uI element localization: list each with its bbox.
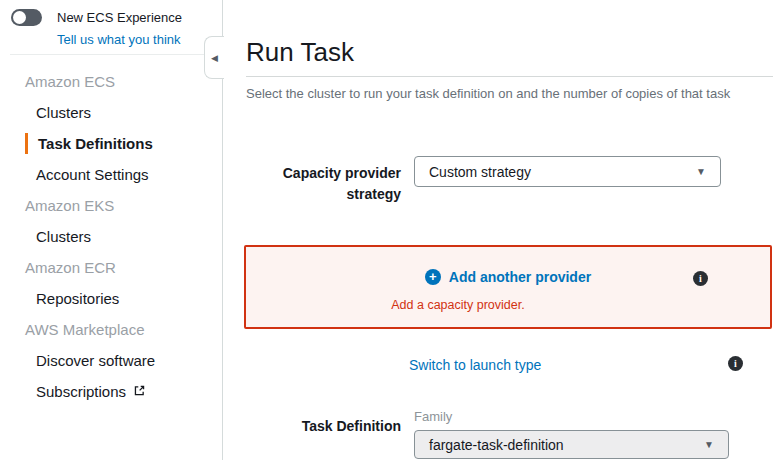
sidebar-item-repositories[interactable]: Repositories xyxy=(0,283,222,314)
title-divider xyxy=(246,76,773,77)
sidebar-item-discover-software[interactable]: Discover software xyxy=(0,345,222,376)
sidebar-item-account-settings[interactable]: Account Settings xyxy=(0,159,222,190)
new-ecs-experience-label: New ECS Experience xyxy=(57,10,182,25)
feedback-link[interactable]: Tell us what you think xyxy=(57,32,181,47)
caret-down-icon: ▼ xyxy=(696,166,706,177)
info-icon[interactable]: i xyxy=(728,356,743,371)
capacity-provider-strategy-value: Custom strategy xyxy=(429,164,696,180)
error-message: Add a capacity provider. xyxy=(223,298,720,312)
task-definition-row: Task Definition Family fargate-task-defi… xyxy=(246,409,773,460)
page-subtitle: Select the cluster to run your task defi… xyxy=(246,86,773,101)
sidebar-collapse-button[interactable]: ◀ xyxy=(204,36,224,79)
sidebar-item-clusters[interactable]: Clusters xyxy=(0,97,222,128)
add-another-provider-button[interactable]: Add another provider xyxy=(449,269,591,285)
active-indicator-bar xyxy=(25,133,28,154)
sidebar-item-subscriptions[interactable]: Subscriptions xyxy=(0,376,222,407)
task-definition-label: Task Definition xyxy=(246,409,401,460)
sidebar-section-amazon-ecr: Amazon ECR xyxy=(0,252,222,283)
caret-down-icon: ▼ xyxy=(704,439,714,450)
external-link-icon xyxy=(133,383,146,400)
sidebar-section-aws-marketplace: AWS Marketplace xyxy=(0,314,222,345)
sidebar-section-amazon-ecs: Amazon ECS xyxy=(0,66,222,97)
sidebar: New ECS Experience Tell us what you thin… xyxy=(0,0,223,460)
family-label: Family xyxy=(414,409,729,424)
switch-to-launch-type-link[interactable]: Switch to launch type xyxy=(409,357,541,373)
sidebar-item-eks-clusters[interactable]: Clusters xyxy=(0,221,222,252)
chevron-left-icon: ◀ xyxy=(211,53,218,63)
capacity-provider-strategy-label: Capacity provider strategy xyxy=(246,156,401,205)
new-ecs-experience-toggle[interactable] xyxy=(11,9,42,26)
ecs-console-page: New ECS Experience Tell us what you thin… xyxy=(0,0,773,460)
info-icon[interactable]: i xyxy=(693,271,708,286)
sidebar-section-amazon-eks: Amazon EKS xyxy=(0,190,222,221)
capacity-provider-strategy-dropdown[interactable]: Custom strategy ▼ xyxy=(414,156,721,187)
family-dropdown[interactable]: fargate-task-definition ▼ xyxy=(414,430,729,459)
sidebar-item-task-definitions[interactable]: Task Definitions xyxy=(0,128,222,159)
main-content: Run Task Select the cluster to run your … xyxy=(223,0,773,460)
page-title: Run Task xyxy=(246,36,773,68)
switch-launch-type-row: Switch to launch type i xyxy=(246,356,773,373)
capacity-provider-error-box: + Add another provider i Add a capacity … xyxy=(244,245,772,329)
family-value: fargate-task-definition xyxy=(429,437,704,453)
new-ecs-experience-row: New ECS Experience xyxy=(0,0,222,27)
plus-circle-icon: + xyxy=(425,269,441,285)
sidebar-nav: Amazon ECS Clusters Task Definitions Acc… xyxy=(0,55,222,407)
capacity-provider-row: Capacity provider strategy Custom strate… xyxy=(246,156,773,205)
toggle-knob xyxy=(13,11,26,24)
